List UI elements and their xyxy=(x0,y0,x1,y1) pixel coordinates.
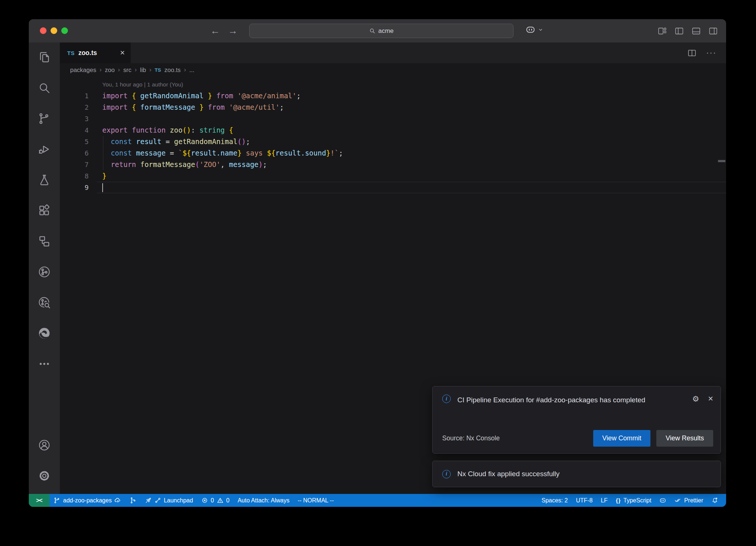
minimize-window-button[interactable] xyxy=(51,27,57,34)
status-bar-left: ><add-zoo-packagesLaunchpad00Auto Attach… xyxy=(29,494,338,507)
layout-controls xyxy=(657,19,718,42)
notification-footer: Source: Nx Console View Commit View Resu… xyxy=(442,430,713,447)
breadcrumb-item-packages[interactable]: packages xyxy=(70,66,96,74)
chevron-down-icon xyxy=(538,27,543,33)
line-number: 2 xyxy=(60,102,89,113)
toggle-panel-icon[interactable] xyxy=(691,26,701,36)
code-line-3: 3 xyxy=(60,113,726,124)
status-item-encoding[interactable]: UTF-8 xyxy=(572,494,597,507)
text-cursor xyxy=(102,183,103,192)
activity-item-run-and-debug[interactable] xyxy=(29,134,60,165)
status-item-git-graph[interactable] xyxy=(126,494,141,507)
activity-item-source-control[interactable] xyxy=(29,104,60,134)
tab-zoo-ts[interactable]: TS zoo.ts × xyxy=(60,42,131,63)
inline-blame-annotation: You, 1 hour ago | 1 author (You) xyxy=(60,79,726,90)
plug-icon xyxy=(154,497,161,504)
history-navigation: ← → xyxy=(210,19,238,42)
copilot-menu-button[interactable] xyxy=(525,24,543,35)
breadcrumb-item-file[interactable]: zoo.ts xyxy=(164,66,181,74)
testing-icon xyxy=(38,173,51,188)
line-content: } xyxy=(89,170,106,182)
line-content: return formatMessage('ZOO', message); xyxy=(89,159,267,170)
line-content: import { getRandomAnimal } from '@acme/a… xyxy=(89,90,301,102)
line-content xyxy=(89,113,102,124)
status-item-indentation[interactable]: Spaces: 2 xyxy=(537,494,572,507)
status-item-launchpad[interactable]: Launchpad xyxy=(141,494,197,507)
status-item-label: 0 xyxy=(211,497,214,504)
status-item-eol[interactable]: LF xyxy=(597,494,612,507)
view-results-button[interactable]: View Results xyxy=(656,430,713,447)
code-line-1: 1import { getRandomAnimal } from '@acme/… xyxy=(60,90,726,102)
zoom-window-button[interactable] xyxy=(61,27,68,34)
tab-bar: TS zoo.ts × ··· xyxy=(60,42,726,63)
status-item-notifications-bell[interactable] xyxy=(707,494,722,507)
more-icon xyxy=(38,357,51,372)
breadcrumb-more[interactable]: ... xyxy=(189,66,195,74)
command-center-search[interactable]: acme xyxy=(249,24,513,38)
vscode-window: ← → acme xyxy=(29,19,726,507)
activity-item-references[interactable] xyxy=(29,226,60,257)
code-line-9: 9 xyxy=(60,182,726,193)
activity-item-explorer[interactable] xyxy=(29,42,60,73)
nx-cloud-icon xyxy=(38,296,51,311)
code-line-7: 7 return formatMessage('ZOO', message); xyxy=(60,159,726,170)
settings-icon xyxy=(38,469,51,484)
status-item-copilot-status[interactable] xyxy=(655,494,670,507)
code-line-4: 4export function zoo(): string { xyxy=(60,124,726,136)
breadcrumb: packages›zoo›src›lib›TSzoo.ts›... xyxy=(60,63,726,76)
back-icon[interactable]: ← xyxy=(210,25,220,37)
status-item-vim-mode[interactable]: -- NORMAL -- xyxy=(293,494,338,507)
references-icon xyxy=(38,235,51,249)
forward-icon[interactable]: → xyxy=(228,25,238,37)
status-item-label: Spaces: 2 xyxy=(542,497,568,504)
toggle-secondary-sidebar-icon[interactable] xyxy=(708,26,718,36)
code-line-2: 2import { formatMessage } from '@acme/ut… xyxy=(60,102,726,113)
status-item-auto-attach[interactable]: Auto Attach: Always xyxy=(234,494,294,507)
notification-close-icon[interactable]: × xyxy=(708,395,713,403)
breadcrumb-item-src[interactable]: src xyxy=(123,66,131,74)
status-item-label: Auto Attach: Always xyxy=(238,497,290,504)
activity-item-testing[interactable] xyxy=(29,165,60,196)
status-item-label: Launchpad xyxy=(164,497,193,504)
info-icon: i xyxy=(442,470,451,478)
tab-label: zoo.ts xyxy=(78,49,116,57)
notification-nx-cloud-fix: i Nx Cloud fix applied successfully xyxy=(432,461,721,487)
split-editor-icon[interactable] xyxy=(687,48,697,58)
activity-item-more[interactable] xyxy=(29,349,60,380)
status-item-problems[interactable]: 00 xyxy=(197,494,234,507)
activity-item-accounts[interactable] xyxy=(29,430,60,461)
activity-item-nx-cloud[interactable] xyxy=(29,288,60,318)
customize-layout-icon[interactable] xyxy=(657,26,667,36)
activity-item-settings[interactable] xyxy=(29,461,60,492)
activity-item-edge-tools[interactable] xyxy=(29,318,60,349)
tab-close-icon[interactable]: × xyxy=(120,49,125,57)
notification-settings-icon[interactable]: ⚙ xyxy=(692,395,699,403)
breadcrumb-separator-icon: › xyxy=(184,66,186,73)
activity-item-search[interactable] xyxy=(29,73,60,104)
git-graph-icon xyxy=(130,497,137,504)
status-item-git-branch[interactable]: add-zoo-packages xyxy=(49,494,126,507)
breadcrumb-item-zoo[interactable]: zoo xyxy=(105,66,115,74)
status-item-formatter[interactable]: Prettier xyxy=(670,494,707,507)
more-actions-icon[interactable]: ··· xyxy=(706,48,717,58)
error-icon xyxy=(201,497,208,504)
view-commit-button[interactable]: View Commit xyxy=(593,430,651,447)
breadcrumb-item-lib[interactable]: lib xyxy=(140,66,146,74)
toggle-primary-sidebar-icon[interactable] xyxy=(674,26,684,36)
status-item-language-mode[interactable]: {}TypeScript xyxy=(612,494,655,507)
activity-item-extensions[interactable] xyxy=(29,196,60,226)
notification-ci-pipeline: i CI Pipeline Execution for #add-zoo-pac… xyxy=(432,386,721,454)
editor-actions: ··· xyxy=(687,42,726,63)
line-number: 4 xyxy=(60,124,89,136)
status-item-label: LF xyxy=(601,497,608,504)
close-window-button[interactable] xyxy=(40,27,47,34)
extensions-icon xyxy=(38,204,51,219)
typescript-file-icon: TS xyxy=(67,50,75,56)
warning-icon xyxy=(217,497,224,504)
search-icon xyxy=(369,28,375,34)
activity-item-nx-console[interactable] xyxy=(29,257,60,288)
status-item-remote-indicator[interactable]: >< xyxy=(29,494,49,507)
activity-bar-bottom xyxy=(29,430,60,492)
notification-buttons: View Commit View Results xyxy=(593,430,713,447)
nx-console-icon xyxy=(38,265,51,280)
